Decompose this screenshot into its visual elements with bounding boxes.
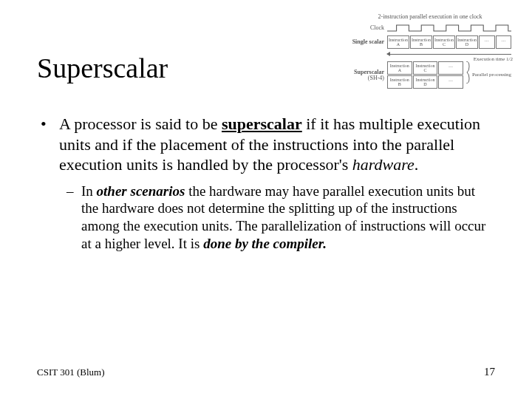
instr-box: … — [496, 35, 512, 49]
instr-box: … — [479, 35, 495, 49]
footer-course: CSIT 301 (Blum) — [37, 366, 105, 378]
diagram-title: 2-instruction parallel execution in one … — [349, 13, 511, 20]
instr-box: Instruction D — [456, 35, 478, 49]
clock-label: Clock — [349, 25, 387, 31]
instr-box: Instruction C — [433, 35, 455, 49]
clock-row: Clock — [349, 23, 511, 33]
superscalar-label: Superscalar (SH-4) — [349, 69, 387, 81]
execution-time-arrow-icon: Execution time 1/2 — [387, 51, 511, 58]
term-hardware: hardware — [352, 155, 415, 174]
exec-time-label: Execution time 1/2 — [474, 57, 513, 62]
clock-waveform-icon — [387, 23, 511, 33]
superscalar-row: Superscalar (SH-4) Instruction A Instruc… — [349, 61, 511, 89]
slide: 2-instruction parallel execution in one … — [0, 0, 532, 399]
pipeline-diagram: 2-instruction parallel execution in one … — [349, 13, 511, 91]
single-scalar-boxes: Instruction A Instruction B Instruction … — [387, 35, 511, 49]
instr-box: Instruction C — [413, 61, 438, 75]
bullet-level1: A processor is said to be superscalar if… — [37, 114, 495, 175]
instr-box: … — [438, 61, 463, 75]
bullet-level2: In other scenarios the hardware may have… — [37, 183, 495, 253]
term-other-scenarios: other scenarios — [97, 183, 185, 199]
text: In — [81, 183, 97, 199]
parallel-processing-label: Parallel processing — [471, 72, 511, 78]
instr-box: Instruction B — [387, 75, 412, 89]
instr-box: Instruction A — [387, 35, 409, 49]
superscalar-boxes: Instruction A Instruction B Instruction … — [387, 61, 511, 89]
instr-box: Instruction D — [413, 75, 438, 89]
text: . — [415, 155, 419, 174]
instr-box: Instruction A — [387, 61, 412, 75]
text: A processor is said to be — [59, 115, 222, 133]
slide-number: 17 — [484, 366, 495, 378]
single-scalar-label: Single scalar — [349, 39, 387, 45]
instr-box: Instruction B — [410, 35, 432, 49]
single-scalar-row: Single scalar Instruction A Instruction … — [349, 35, 511, 49]
term-superscalar: superscalar — [222, 115, 302, 133]
instr-box: … — [438, 75, 463, 89]
term-done-by-compiler: done by the compiler. — [203, 236, 327, 251]
brace-icon — [466, 61, 470, 89]
